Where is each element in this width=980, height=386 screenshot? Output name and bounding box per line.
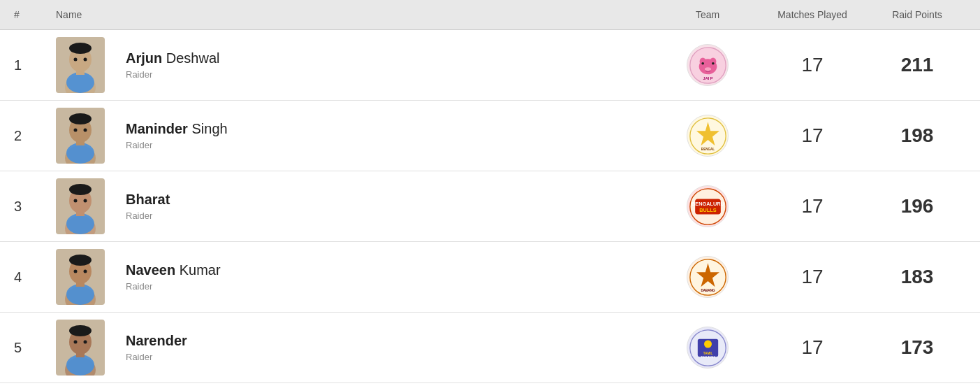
player-rows: 1	[0, 30, 980, 383]
player-avatar	[56, 320, 112, 376]
team-header: Team	[659, 9, 756, 20]
player-name: Bharat	[126, 192, 659, 208]
player-first-name: Maninder	[126, 121, 188, 136]
player-team: DABANG	[659, 256, 756, 298]
svg-point-40	[69, 255, 92, 266]
player-info: Naveen Kumar Raider	[126, 262, 659, 292]
player-points: 211	[868, 54, 966, 76]
player-last-name: Singh	[191, 121, 227, 136]
svg-point-6	[84, 58, 87, 62]
svg-text:JAI P: JAI P	[703, 76, 712, 80]
player-points: 196	[868, 195, 966, 217]
player-matches: 17	[756, 266, 868, 288]
player-name: Naveen Kumar	[126, 262, 659, 278]
svg-point-37	[66, 284, 94, 305]
team-logo: JAI P	[687, 44, 729, 86]
player-role: Raider	[126, 352, 659, 362]
svg-text:THALAIVAS: THALAIVAS	[701, 356, 715, 359]
player-team: BENGALURU BULLS	[659, 185, 756, 227]
player-avatar	[56, 37, 112, 93]
player-last-name: Deshwal	[166, 50, 220, 66]
svg-point-31	[84, 199, 87, 203]
player-matches: 17	[756, 336, 868, 359]
player-team: TAMIL THALAIVAS	[659, 327, 756, 369]
player-info: Maninder Singh Raider	[126, 121, 659, 150]
svg-point-50	[69, 325, 92, 336]
svg-point-29	[69, 184, 92, 195]
player-avatar	[56, 178, 112, 234]
svg-point-12	[712, 62, 715, 64]
player-rank: 5	[14, 340, 56, 356]
svg-point-21	[84, 129, 87, 132]
player-rank: 2	[14, 128, 56, 144]
player-last-name: Kumar	[180, 262, 221, 278]
svg-text:BENGALURU: BENGALURU	[692, 200, 724, 206]
team-logo: BENGALURU BULLS	[687, 185, 729, 227]
player-role: Raider	[126, 69, 659, 80]
svg-point-52	[84, 341, 87, 344]
player-role: Raider	[126, 281, 659, 292]
table-row[interactable]: 2	[0, 101, 980, 171]
player-avatar	[56, 249, 112, 305]
player-matches: 17	[756, 195, 868, 217]
team-logo: BENGAL	[687, 115, 729, 157]
svg-point-51	[74, 341, 78, 344]
name-header: Name	[56, 9, 659, 20]
rank-header: #	[14, 9, 56, 20]
svg-point-11	[701, 62, 704, 64]
player-first-name: Arjun	[126, 50, 162, 66]
player-points: 198	[868, 124, 966, 147]
player-info: Narender Raider	[126, 333, 659, 362]
player-role: Raider	[126, 140, 659, 150]
player-points: 183	[868, 266, 966, 288]
matches-header: Matches Played	[756, 9, 868, 20]
player-info: Arjun Deshwal Raider	[126, 50, 659, 80]
svg-text:TAMIL: TAMIL	[703, 351, 712, 355]
svg-text:BULLS: BULLS	[699, 206, 717, 213]
player-rank: 1	[14, 57, 56, 73]
table-header: # Name Team Matches Played Raid Points	[0, 0, 980, 30]
player-name: Arjun Deshwal	[126, 50, 659, 66]
player-first-name: Naveen	[126, 262, 175, 278]
team-logo: TAMIL THALAIVAS	[687, 327, 729, 369]
player-info: Bharat Raider	[126, 192, 659, 221]
svg-point-47	[66, 355, 94, 376]
player-rank: 3	[14, 199, 56, 215]
player-role: Raider	[126, 210, 659, 221]
svg-text:BENGAL: BENGAL	[701, 147, 715, 150]
svg-point-16	[66, 143, 94, 164]
svg-point-19	[69, 113, 92, 124]
table-row[interactable]: 4	[0, 242, 980, 313]
player-first-name: Narender	[126, 333, 187, 348]
svg-point-30	[74, 199, 78, 203]
svg-point-4	[69, 43, 92, 54]
svg-point-1	[66, 72, 94, 93]
leaderboard-table: # Name Team Matches Played Raid Points 1	[0, 0, 980, 383]
svg-point-41	[74, 270, 78, 273]
player-avatar	[56, 108, 112, 164]
player-first-name: Bharat	[126, 192, 170, 207]
player-name: Narender	[126, 333, 659, 349]
player-matches: 17	[756, 124, 868, 147]
points-header: Raid Points	[868, 9, 966, 20]
player-points: 173	[868, 336, 966, 359]
player-team: JAI P	[659, 44, 756, 86]
player-rank: 4	[14, 269, 56, 285]
table-row[interactable]: 1	[0, 30, 980, 101]
svg-point-20	[74, 129, 78, 132]
player-matches: 17	[756, 54, 868, 76]
svg-point-55	[704, 340, 712, 348]
table-row[interactable]: 5	[0, 313, 980, 383]
svg-text:DABANG: DABANG	[701, 288, 715, 292]
table-row[interactable]: 3	[0, 171, 980, 242]
svg-point-5	[74, 58, 78, 62]
team-logo: DABANG	[687, 256, 729, 298]
svg-point-42	[84, 270, 87, 273]
player-name: Maninder Singh	[126, 121, 659, 137]
svg-point-26	[66, 213, 94, 234]
player-team: BENGAL	[659, 115, 756, 157]
